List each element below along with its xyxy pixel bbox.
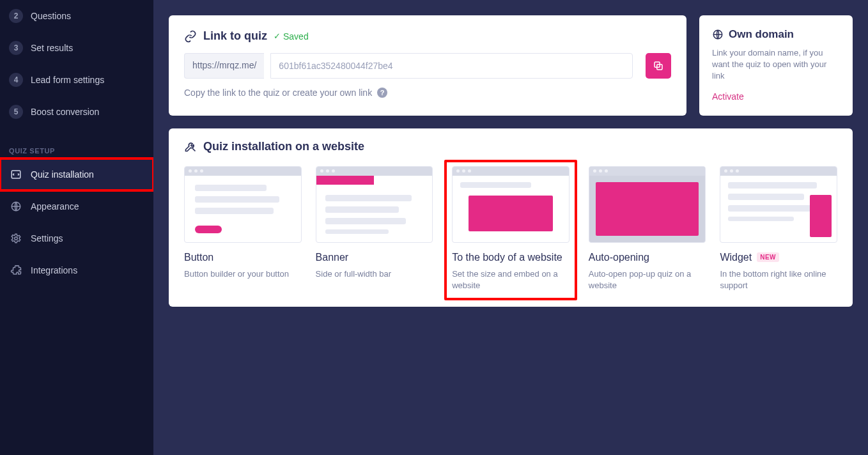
tools-icon xyxy=(184,140,197,153)
link-to-quiz-card: Link to quiz ✓ Saved https://mrqz.me/ xyxy=(169,15,686,116)
step-label: Questions xyxy=(31,11,71,21)
saved-label: Saved xyxy=(283,31,309,42)
step-number: 3 xyxy=(9,41,23,55)
option-preview xyxy=(452,166,570,243)
globe-icon xyxy=(712,29,724,40)
sidebar-item-label: Quiz installation xyxy=(31,169,94,180)
option-desc: Side or full-width bar xyxy=(316,268,433,280)
sidebar-item-label: Settings xyxy=(31,233,63,243)
step-number: 5 xyxy=(9,105,23,119)
url-prefix: https://mrqz.me/ xyxy=(184,53,264,79)
activate-link[interactable]: Activate xyxy=(712,91,744,102)
step-number: 2 xyxy=(9,9,23,23)
quiz-url-input[interactable] xyxy=(270,53,633,79)
step-label: Set results xyxy=(31,43,73,53)
option-preview xyxy=(720,166,837,243)
sidebar-item-label: Integrations xyxy=(31,265,77,275)
option-title: Banner xyxy=(316,252,433,263)
install-option-widget[interactable]: Widget NEW In the bottom right like onli… xyxy=(720,166,837,291)
install-options: Button Button builder or your button xyxy=(184,166,837,291)
option-title: Widget NEW xyxy=(720,252,837,263)
quiz-url-row: https://mrqz.me/ xyxy=(184,53,671,79)
help-text: Copy the link to the quiz or create your… xyxy=(184,88,372,98)
copy-icon xyxy=(653,60,664,72)
option-title: To the body of a website xyxy=(452,252,570,263)
option-title: Auto-opening xyxy=(589,252,706,263)
sidebar-item-settings[interactable]: Settings xyxy=(0,222,153,254)
check-icon: ✓ xyxy=(274,31,281,41)
puzzle-icon xyxy=(9,263,23,277)
link-icon xyxy=(184,30,197,43)
step-questions[interactable]: 2 Questions xyxy=(0,0,153,32)
card-title: Own domain xyxy=(712,28,840,41)
install-option-body[interactable]: To the body of a website Set the size an… xyxy=(444,160,577,300)
step-number: 4 xyxy=(9,73,23,87)
card-title-text: Own domain xyxy=(729,28,794,41)
option-desc: In the bottom right like online support xyxy=(720,268,837,291)
gear-icon xyxy=(9,231,23,245)
help-icon[interactable]: ? xyxy=(377,88,387,98)
option-desc: Button builder or your button xyxy=(184,268,302,280)
option-desc: Auto-open pop-up quiz on a website xyxy=(589,268,706,291)
sidebar-section-label: QUIZ SETUP xyxy=(0,135,153,158)
card-desc: Link your domain name, if you want the q… xyxy=(712,47,840,82)
step-label: Boost conversion xyxy=(31,107,99,117)
option-preview xyxy=(184,166,302,243)
globe-icon xyxy=(9,199,23,213)
install-option-auto[interactable]: Auto-opening Auto-open pop-up quiz on a … xyxy=(589,166,706,291)
help-row: Copy the link to the quiz or create your… xyxy=(184,88,671,98)
step-boost-conversion[interactable]: 5 Boost conversion xyxy=(0,96,153,128)
install-option-button[interactable]: Button Button builder or your button xyxy=(184,166,302,291)
option-title-text: Widget xyxy=(720,252,752,263)
install-option-banner[interactable]: Banner Side or full-width bar xyxy=(316,166,433,291)
card-title-text: Link to quiz xyxy=(203,29,267,43)
card-title: Link to quiz ✓ Saved xyxy=(184,29,671,43)
sidebar-item-appearance[interactable]: Appearance xyxy=(0,190,153,222)
option-desc: Set the size and embed on a website xyxy=(452,268,570,291)
card-title-text: Quiz installation on a website xyxy=(203,140,364,153)
step-label: Lead form settings xyxy=(31,75,104,85)
own-domain-card: Own domain Link your domain name, if you… xyxy=(699,15,853,116)
step-lead-form-settings[interactable]: 4 Lead form settings xyxy=(0,64,153,96)
quiz-installation-card: Quiz installation on a website Butto xyxy=(169,128,853,307)
step-list: 2 Questions 3 Set results 4 Lead form se… xyxy=(0,0,153,135)
sidebar: 2 Questions 3 Set results 4 Lead form se… xyxy=(0,0,153,455)
copy-link-button[interactable] xyxy=(646,53,671,79)
new-badge: NEW xyxy=(757,252,779,262)
card-title: Quiz installation on a website xyxy=(184,140,837,153)
sidebar-item-quiz-installation[interactable]: Quiz installation xyxy=(0,158,153,190)
step-set-results[interactable]: 3 Set results xyxy=(0,32,153,64)
saved-badge: ✓ Saved xyxy=(274,31,309,42)
option-preview xyxy=(589,166,706,243)
main-content: Link to quiz ✓ Saved https://mrqz.me/ xyxy=(153,0,868,455)
option-title: Button xyxy=(184,252,302,263)
option-preview xyxy=(316,166,433,243)
code-icon xyxy=(9,167,23,181)
sidebar-item-integrations[interactable]: Integrations xyxy=(0,254,153,286)
sidebar-item-label: Appearance xyxy=(31,201,79,212)
svg-point-2 xyxy=(15,237,18,240)
